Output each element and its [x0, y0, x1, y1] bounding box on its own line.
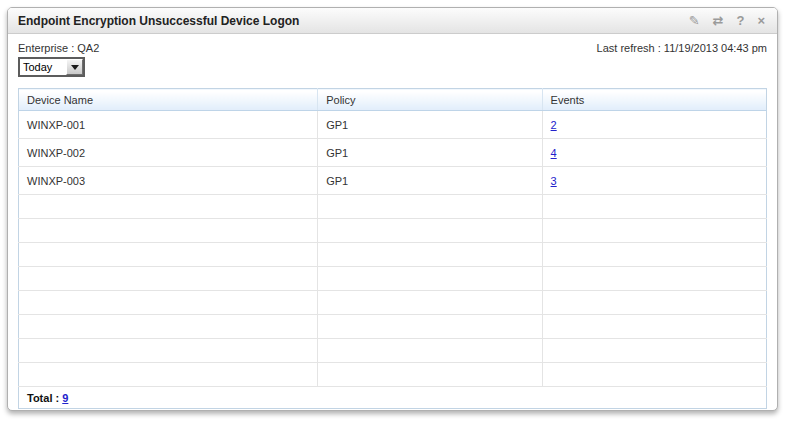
enterprise-label: Enterprise : QA2	[18, 42, 99, 54]
widget-titlebar: Endpoint Encryption Unsuccessful Device …	[8, 8, 777, 34]
device-name-cell: WINXP-001	[19, 111, 318, 139]
policy-cell: GP1	[318, 167, 542, 195]
help-icon[interactable]: ?	[736, 14, 744, 27]
column-header-policy[interactable]: Policy	[318, 89, 542, 111]
device-name-cell: WINXP-003	[19, 167, 318, 195]
widget-panel: Endpoint Encryption Unsuccessful Device …	[7, 7, 778, 411]
policy-cell: GP1	[318, 139, 542, 167]
total-label: Total :	[27, 392, 59, 404]
empty-table-row	[19, 339, 767, 363]
device-logon-table: Device Name Policy Events WINXP-001 GP1 …	[18, 88, 767, 409]
events-cell: 4	[542, 139, 766, 167]
column-header-device-name[interactable]: Device Name	[19, 89, 318, 111]
titlebar-icons: ✎ ⇄ ? ×	[689, 14, 767, 27]
time-range-selected-value: Today	[20, 59, 66, 75]
table-row: WINXP-001 GP1 2	[19, 111, 767, 139]
refresh-icon[interactable]: ⇄	[713, 14, 724, 27]
table-header-row: Device Name Policy Events	[19, 89, 767, 111]
time-range-dropdown[interactable]: Today	[18, 57, 85, 77]
table-row: WINXP-003 GP1 3	[19, 167, 767, 195]
chevron-down-icon	[71, 65, 79, 70]
last-refresh-label: Last refresh : 11/19/2013 04:43 pm	[597, 42, 767, 54]
events-cell: 2	[542, 111, 766, 139]
dropdown-arrow-button[interactable]	[66, 59, 83, 75]
policy-cell: GP1	[318, 111, 542, 139]
events-count-link[interactable]: 4	[551, 147, 557, 159]
widget-content: Enterprise : QA2 Last refresh : 11/19/20…	[8, 34, 777, 411]
empty-table-row	[19, 267, 767, 291]
device-name-cell: WINXP-002	[19, 139, 318, 167]
empty-table-row	[19, 243, 767, 267]
events-count-link[interactable]: 2	[551, 119, 557, 131]
total-count-link[interactable]: 9	[62, 392, 68, 404]
empty-table-row	[19, 363, 767, 387]
events-cell: 3	[542, 167, 766, 195]
empty-table-row	[19, 195, 767, 219]
empty-table-row	[19, 315, 767, 339]
close-icon[interactable]: ×	[757, 14, 765, 27]
edit-icon[interactable]: ✎	[689, 14, 700, 27]
meta-row: Enterprise : QA2 Last refresh : 11/19/20…	[18, 40, 767, 54]
total-cell: Total : 9	[19, 387, 767, 409]
events-count-link[interactable]: 3	[551, 175, 557, 187]
empty-table-row	[19, 291, 767, 315]
widget-title: Endpoint Encryption Unsuccessful Device …	[18, 14, 689, 28]
table-row: WINXP-002 GP1 4	[19, 139, 767, 167]
table-total-row: Total : 9	[19, 387, 767, 409]
empty-table-row	[19, 219, 767, 243]
column-header-events[interactable]: Events	[542, 89, 766, 111]
